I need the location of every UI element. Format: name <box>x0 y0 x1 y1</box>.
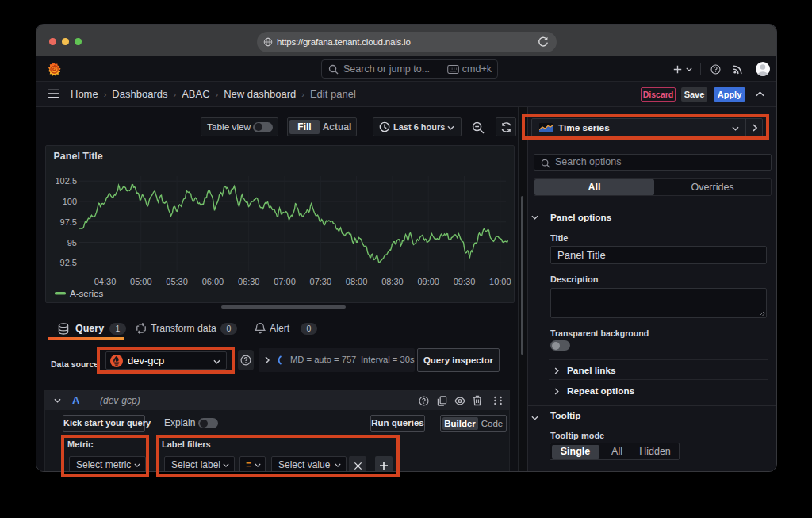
svg-text:06:00: 06:00 <box>201 277 224 286</box>
svg-text:07:00: 07:00 <box>274 277 296 286</box>
svg-text:06:30: 06:30 <box>237 277 259 286</box>
svg-text:07:30: 07:30 <box>309 277 331 286</box>
svg-text:09:30: 09:30 <box>453 277 475 286</box>
svg-text:08:30: 08:30 <box>381 277 404 286</box>
svg-text:08:00: 08:00 <box>345 277 367 286</box>
svg-text:05:00: 05:00 <box>130 277 152 286</box>
svg-text:A-series: A-series <box>70 289 103 298</box>
svg-text:100: 100 <box>62 197 76 206</box>
svg-text:95: 95 <box>67 238 76 247</box>
svg-text:05:30: 05:30 <box>166 277 188 286</box>
svg-text:97.5: 97.5 <box>59 217 76 227</box>
svg-text:92.5: 92.5 <box>59 258 76 267</box>
svg-text:09:00: 09:00 <box>417 277 439 286</box>
svg-text:102.5: 102.5 <box>55 176 77 186</box>
svg-text:10:00: 10:00 <box>489 277 511 286</box>
svg-text:04:30: 04:30 <box>94 277 116 286</box>
